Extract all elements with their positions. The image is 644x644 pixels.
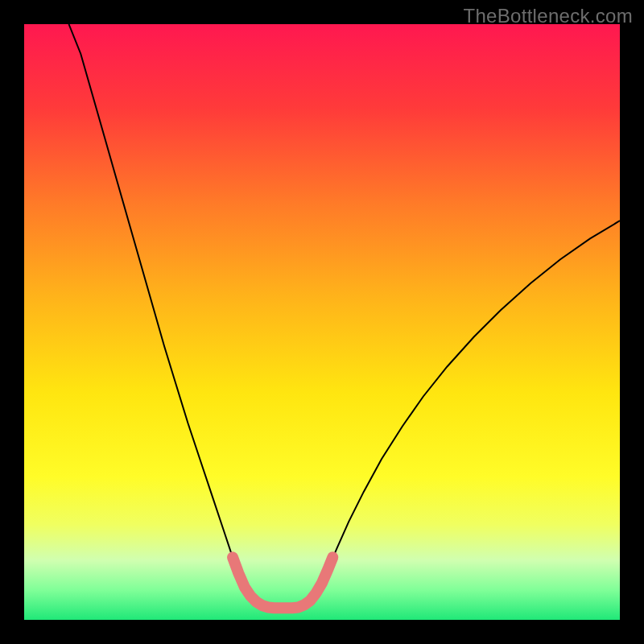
chart-svg: [24, 24, 620, 620]
chart-plot: [24, 24, 620, 620]
gradient-background: [24, 24, 620, 620]
watermark-label: TheBottleneck.com: [463, 5, 633, 27]
